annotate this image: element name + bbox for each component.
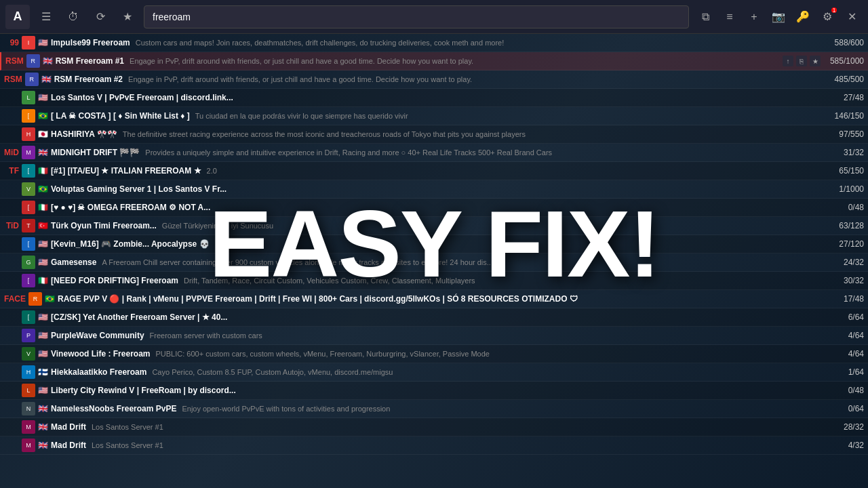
server-row[interactable]: [🇮🇹[♥ ● ♥] ☠ OMEGA FREEROAM ⚙ NOT A...0/… bbox=[0, 199, 868, 217]
notification-dot: 1 bbox=[831, 7, 837, 13]
sort-button[interactable]: ≡ bbox=[719, 6, 741, 28]
server-flag: 🇧🇷 bbox=[38, 111, 48, 121]
server-name: Gamesense bbox=[51, 258, 96, 267]
server-row[interactable]: L🇺🇸Los Santos V | PvPvE Freeroam | disco… bbox=[0, 89, 868, 107]
copy-button[interactable]: ⎘ bbox=[796, 56, 807, 66]
server-avatar: L bbox=[22, 384, 35, 397]
server-flag: 🇯🇵 bbox=[38, 129, 48, 139]
add-server-button[interactable]: + bbox=[743, 6, 765, 28]
filter-icon: ⧉ bbox=[702, 11, 709, 23]
server-name: Mad Drift bbox=[51, 422, 86, 432]
favorite-button[interactable]: ★ bbox=[117, 6, 138, 28]
server-flag: 🇬🇧 bbox=[38, 441, 48, 450]
menu-button[interactable]: ☰ bbox=[35, 6, 57, 28]
server-description: 2.0 bbox=[207, 167, 821, 175]
player-count: 0/48 bbox=[823, 203, 864, 212]
star-icon: ★ bbox=[123, 10, 132, 23]
server-flag: 🇬🇧 bbox=[38, 404, 48, 413]
server-row[interactable]: H🇯🇵HASHIRIYA 🎌🎌The definitive street rac… bbox=[0, 125, 868, 144]
server-name: [CZ/SK] Yet Another Freeroam Server | ★ … bbox=[51, 312, 227, 322]
server-description: The definitive street racing experience … bbox=[123, 130, 821, 138]
server-row[interactable]: FACER🇧🇷RAGE PVP V 🔴 | Rank | vMenu | PVP… bbox=[0, 290, 868, 308]
server-description: Güzel Türkiyenin En iyi Sunucusu bbox=[162, 222, 821, 230]
logo-button[interactable]: A bbox=[5, 5, 30, 29]
settings-notification: ⚙ 1 bbox=[816, 6, 838, 28]
player-count: 1/1000 bbox=[823, 184, 864, 194]
server-flag: 🇹🇷 bbox=[38, 221, 48, 230]
server-description: Tu ciudad en la que podrás vivir lo que … bbox=[195, 112, 821, 120]
server-row[interactable]: V🇺🇸Vinewood Life : FreeroamPUBLIC: 600+ … bbox=[0, 345, 868, 363]
server-name: Vinewood Life : Freeroam bbox=[51, 349, 150, 359]
key-button[interactable]: 🔑 bbox=[792, 6, 814, 28]
server-row[interactable]: L🇺🇸Liberty City Rewind V | FreeRoam | by… bbox=[0, 382, 868, 400]
server-row[interactable]: RSMR🇬🇧RSM Freeroam #2Engage in PvP, drif… bbox=[0, 70, 868, 89]
server-row[interactable]: MiDM🇬🇧MIDNIGHT DRIFT 🏁🏁Provides a unique… bbox=[0, 144, 868, 162]
server-rank: 99 bbox=[4, 38, 19, 47]
server-row[interactable]: 99I🇺🇸Impulse99 FreeroamCustom cars and m… bbox=[0, 34, 868, 52]
player-count: 4/64 bbox=[823, 331, 864, 340]
close-button[interactable]: ✕ bbox=[841, 6, 863, 28]
server-row[interactable]: RSMR🇬🇧RSM Freeroam #1Engage in PvP, drif… bbox=[0, 52, 868, 70]
server-avatar: [ bbox=[22, 237, 35, 251]
player-count: 63/128 bbox=[823, 221, 864, 230]
server-row[interactable]: [🇺🇸[Kevin_M16] 🎮 Zombie... Apocalypse 💀2… bbox=[0, 235, 868, 253]
server-name: [ LA ☠ COSTA ] [ ♦ Sin White List ♦ ] bbox=[51, 111, 190, 121]
logo-icon: A bbox=[14, 9, 22, 24]
server-rank: RSM bbox=[5, 56, 24, 66]
server-row[interactable]: TF[🇮🇹[#1] [ITA/EU] ★ ITALIAN FREEROAM ★2… bbox=[0, 162, 868, 180]
server-description: Engage in PvP, drift around with friends… bbox=[128, 75, 821, 83]
history-button[interactable]: ⟳ bbox=[90, 6, 111, 28]
server-avatar: H bbox=[22, 365, 35, 379]
search-input[interactable] bbox=[144, 5, 689, 28]
player-count: 4/64 bbox=[823, 349, 864, 359]
server-row[interactable]: P🇺🇸PurpleWave CommunityFreeroam server w… bbox=[0, 327, 868, 345]
player-count: 97/550 bbox=[823, 129, 864, 139]
server-name: [Kevin_M16] 🎮 Zombie... Apocalypse 💀 bbox=[51, 239, 210, 249]
server-row[interactable]: [🇮🇹[NEED FOR DRIFTING] FreeroamDrift, Ta… bbox=[0, 272, 868, 290]
server-row[interactable]: M🇬🇧Mad DriftLos Santos Server #128/32 bbox=[0, 418, 868, 436]
server-avatar: G bbox=[22, 256, 35, 269]
server-avatar: [ bbox=[22, 164, 35, 178]
key-icon: 🔑 bbox=[796, 10, 810, 23]
player-count: 1/64 bbox=[823, 367, 864, 377]
server-row[interactable]: TiDT🇹🇷Türk Oyun Timi Freeroam...Güzel Tü… bbox=[0, 217, 868, 235]
player-count: 0/64 bbox=[823, 404, 864, 413]
server-row[interactable]: [🇧🇷[ LA ☠ COSTA ] [ ♦ Sin White List ♦ ]… bbox=[0, 107, 868, 125]
server-name: Voluptas Gaming Server 1 | Los Santos V … bbox=[51, 184, 226, 194]
server-avatar: R bbox=[26, 54, 40, 68]
server-description: Provides a uniquely simple and intuitive… bbox=[145, 148, 821, 157]
server-avatar: M bbox=[22, 439, 35, 452]
server-row[interactable]: G🇺🇸GamesenseA Freeroam Chill server cont… bbox=[0, 253, 868, 272]
server-avatar: [ bbox=[22, 201, 35, 214]
server-name: Los Santos V | PvPvE Freeroam | discord.… bbox=[51, 93, 233, 102]
server-row[interactable]: H🇫🇮Hiekkalaatikko FreeroamCayo Perico, C… bbox=[0, 363, 868, 382]
server-avatar: R bbox=[28, 292, 42, 306]
server-flag: 🇺🇸 bbox=[38, 93, 48, 102]
server-flag: 🇺🇸 bbox=[38, 312, 48, 322]
filter-button[interactable]: ⧉ bbox=[694, 6, 716, 28]
header-right-controls: ⧉ ≡ + 📷 🔑 ⚙ 1 ✕ bbox=[694, 6, 863, 28]
server-row[interactable]: M🇬🇧Mad DriftLos Santos Server #14/32 bbox=[0, 436, 868, 455]
player-count: 65/150 bbox=[823, 166, 864, 176]
server-avatar: I bbox=[22, 36, 35, 49]
server-name: Mad Drift bbox=[51, 441, 86, 450]
server-flag: 🇬🇧 bbox=[41, 75, 52, 84]
server-avatar: V bbox=[22, 347, 35, 361]
camera-button[interactable]: 📷 bbox=[768, 6, 789, 28]
star-button[interactable]: ★ bbox=[810, 56, 821, 66]
server-flag: 🇬🇧 bbox=[43, 56, 53, 66]
upload-button[interactable]: ↑ bbox=[783, 56, 793, 66]
recent-button[interactable]: ⏱ bbox=[62, 6, 84, 28]
menu-icon: ☰ bbox=[41, 10, 51, 23]
server-avatar: T bbox=[22, 219, 35, 232]
server-flag: 🇺🇸 bbox=[38, 386, 48, 395]
server-name: RAGE PVP V 🔴 | Rank | vMenu | PVPVE Free… bbox=[58, 294, 578, 304]
server-row[interactable]: [🇺🇸[CZ/SK] Yet Another Freeroam Server |… bbox=[0, 308, 868, 327]
server-flag: 🇮🇹 bbox=[38, 166, 48, 176]
server-row[interactable]: V🇧🇷Voluptas Gaming Server 1 | Los Santos… bbox=[0, 180, 868, 199]
server-row[interactable]: N🇬🇧NamelessNoobs Freeroam PvPEEnjoy open… bbox=[0, 400, 868, 418]
server-name: [NEED FOR DRIFTING] Freeroam bbox=[51, 276, 178, 285]
player-count: 6/64 bbox=[823, 312, 864, 322]
server-flag: 🇧🇷 bbox=[45, 294, 55, 304]
server-description: Los Santos Server #1 bbox=[92, 441, 821, 449]
